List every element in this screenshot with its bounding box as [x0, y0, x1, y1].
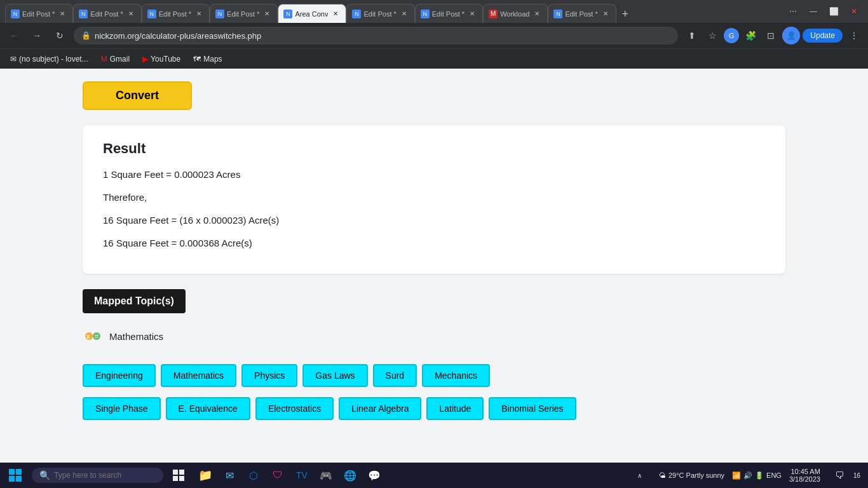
tab-edit-post-6[interactable]: N Edit Post * ✕: [346, 4, 414, 23]
gaming-icon[interactable]: 🎮: [315, 463, 337, 488]
category-button-surd[interactable]: Surd: [373, 364, 417, 387]
notifications-button[interactable]: 🗨: [828, 463, 851, 488]
battery-icon[interactable]: 🔋: [755, 471, 764, 480]
chrome-extension-g[interactable]: G: [724, 28, 739, 43]
category-button-latitude[interactable]: Latitude: [426, 397, 484, 420]
category-button-mathematics[interactable]: Mathematics: [161, 364, 236, 387]
taskbar-search[interactable]: 🔍: [32, 468, 163, 483]
url-bar[interactable]: 🔒 nickzom.org/calculator-plus/areaswitch…: [74, 27, 678, 44]
new-tab-button[interactable]: +: [616, 5, 634, 23]
tab-close-8[interactable]: ✕: [532, 9, 542, 19]
tab-close-7[interactable]: ✕: [467, 9, 477, 19]
bookmark-subject[interactable]: ✉ (no subject) - lovet...: [5, 52, 93, 66]
tab-label-8: Workload: [500, 10, 529, 18]
category-button-physics[interactable]: Physics: [241, 364, 297, 387]
category-button-single-phase[interactable]: Single Phase: [83, 397, 161, 420]
tab-close-2[interactable]: ✕: [126, 9, 136, 19]
file-explorer-icon[interactable]: 📁: [194, 463, 217, 488]
tab-close-4[interactable]: ✕: [262, 9, 272, 19]
profile-button[interactable]: 👤: [782, 27, 800, 44]
tab-edit-post-3[interactable]: N Edit Post * ✕: [142, 4, 210, 23]
vscode-icon[interactable]: ⬡: [242, 463, 265, 488]
maximize-button[interactable]: ⬜: [825, 3, 843, 20]
tab-close-9[interactable]: ✕: [600, 9, 611, 19]
lock-icon: 🔒: [81, 31, 91, 40]
category-button-linear-algebra[interactable]: Linear Algebra: [339, 397, 421, 420]
extensions-button[interactable]: 🧩: [742, 27, 759, 44]
tray-overflow-button[interactable]: ∧: [628, 463, 651, 488]
mail-icon[interactable]: ✉: [218, 463, 241, 488]
mathematics-icon: x =: [83, 326, 103, 346]
mapped-topics-header: Mapped Topic(s): [83, 289, 186, 313]
result-line-2: Therefore,: [103, 190, 765, 205]
update-button[interactable]: Update: [803, 29, 843, 43]
bookmark-label-subject: (no subject) - lovet...: [19, 55, 88, 64]
tab-area-conv[interactable]: N Area Conv ✕: [278, 4, 346, 23]
tab-edit-post-2[interactable]: N Edit Post * ✕: [73, 4, 141, 23]
system-tray: ∧ 🌤 29°C Partly sunny 📶 🔊 🔋 ENG 10:45 AM…: [623, 463, 865, 488]
tab-favicon-8: M: [489, 10, 498, 18]
task-view-button[interactable]: [167, 463, 190, 488]
bookmark-gmail[interactable]: M Gmail: [96, 52, 135, 66]
tab-workload[interactable]: M Workload ✕: [483, 4, 548, 23]
network-icon[interactable]: 📶: [732, 471, 741, 480]
category-button-mechanics[interactable]: Mechanics: [422, 364, 490, 387]
tab-favicon-3: N: [147, 10, 156, 18]
chrome-taskbar-icon[interactable]: 🌐: [339, 463, 362, 488]
bookmark-maps[interactable]: 🗺 Maps: [188, 52, 227, 66]
envelope-icon: ✉: [10, 55, 17, 64]
tab-close-5[interactable]: ✕: [330, 9, 341, 19]
tab-overflow-button[interactable]: ⋯: [784, 3, 802, 20]
tab-favicon-2: N: [79, 10, 88, 18]
category-button-gas-laws[interactable]: Gas Laws: [302, 364, 367, 387]
clock-time: 10:45 AM: [789, 468, 820, 475]
svg-rect-6: [9, 476, 15, 482]
tab-edit-post-9[interactable]: N Edit Post * ✕: [548, 4, 616, 23]
weather-text: 29°C Partly sunny: [668, 471, 724, 479]
category-button-binomial-series[interactable]: Binomial Series: [489, 397, 576, 420]
category-button-electrostatics[interactable]: Electrostatics: [255, 397, 334, 420]
category-button-engineering[interactable]: Engineering: [83, 364, 156, 387]
svg-rect-8: [173, 470, 178, 475]
tab-edit-post-1[interactable]: N Edit Post * ✕: [5, 4, 73, 23]
menu-button[interactable]: ⋮: [845, 27, 863, 44]
mapped-topics-section: Mapped Topic(s) x = Mathematics: [83, 289, 785, 349]
tab-edit-post-7[interactable]: N Edit Post * ✕: [415, 4, 483, 23]
page-content: Convert Result 1 Square Feet = 0.000023 …: [0, 69, 868, 463]
weather-display: 🌤 29°C Partly sunny: [654, 471, 729, 479]
youtube-icon: ▶: [142, 55, 148, 64]
tab-favicon-6: N: [352, 10, 361, 18]
bookmark-button[interactable]: ☆: [703, 27, 721, 44]
taskbar-apps: 📁 ✉ ⬡ 🛡 TV 🎮 🌐 💬: [191, 463, 622, 488]
tab-label-9: Edit Post *: [565, 10, 597, 18]
tab-close-1[interactable]: ✕: [57, 9, 67, 19]
sound-icon[interactable]: 🔊: [743, 471, 752, 480]
share-button[interactable]: ⬆: [683, 27, 701, 44]
reload-button[interactable]: ↻: [51, 27, 69, 44]
tab-favicon-4: N: [215, 10, 224, 18]
reading-mode-button[interactable]: ⊡: [762, 27, 780, 44]
bookmark-label-gmail: Gmail: [110, 55, 130, 64]
category-button-e-equivalence[interactable]: E. Equivalence: [166, 397, 250, 420]
back-button[interactable]: ←: [5, 27, 23, 44]
tab-favicon-1: N: [11, 10, 20, 18]
close-button[interactable]: ✕: [845, 3, 863, 20]
tab-close-6[interactable]: ✕: [399, 9, 409, 19]
convert-button[interactable]: Convert: [83, 81, 192, 110]
tab-label-4: Edit Post *: [227, 10, 259, 18]
bookmark-youtube[interactable]: ▶ YouTube: [137, 52, 186, 66]
shield-icon[interactable]: 🛡: [266, 463, 289, 488]
url-text: nickzom.org/calculator-plus/areaswitches…: [95, 31, 670, 41]
clock-display[interactable]: 10:45 AM 3/18/2023: [784, 468, 825, 483]
search-icon: 🔍: [39, 470, 50, 480]
page-body: Convert Result 1 Square Feet = 0.000023 …: [0, 69, 868, 463]
taskbar-search-input[interactable]: [54, 471, 156, 480]
minimize-button[interactable]: —: [804, 3, 822, 20]
start-button[interactable]: [3, 463, 28, 488]
tab-close-3[interactable]: ✕: [194, 9, 204, 19]
teamviewer-icon[interactable]: TV: [290, 463, 313, 488]
tab-edit-post-4[interactable]: N Edit Post * ✕: [210, 4, 278, 23]
forward-button[interactable]: →: [28, 27, 46, 44]
svg-rect-5: [16, 469, 22, 475]
whatsapp-icon[interactable]: 💬: [363, 463, 386, 488]
